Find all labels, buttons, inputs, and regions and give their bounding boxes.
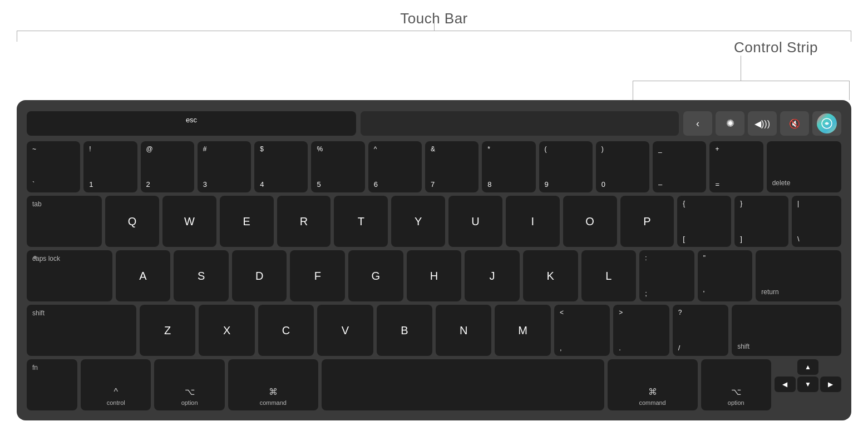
key-f[interactable]: F [290,250,345,301]
key-0[interactable]: ) 0 [596,141,649,192]
left-command-key[interactable]: ⌘ command [228,359,318,410]
arrow-down-key[interactable]: ▼ [797,377,818,392]
key-a[interactable]: A [116,250,171,301]
cs-siri-key[interactable] [812,111,841,136]
modifier-row: fn ^ control ⌥ option ⌘ command ⌘ comman… [27,359,841,410]
key-s[interactable]: S [174,250,229,301]
mute-icon: 🔇 [789,118,800,129]
chevron-left-icon: ‹ [696,118,699,130]
key-q[interactable]: Q [105,196,159,247]
left-option-key[interactable]: ⌥ option [154,359,224,410]
key-v[interactable]: V [317,305,373,356]
key-n[interactable]: N [436,305,491,356]
cs-volume-key[interactable]: ◀))) [748,111,777,136]
delete-key[interactable]: delete [767,141,841,192]
cs-brightness-key[interactable]: ✺ [716,111,744,136]
option-symbol-right: ⌥ [731,387,741,397]
key-tilde-backtick[interactable]: ~ ` [27,141,80,192]
right-option-key[interactable]: ⌥ option [701,359,771,410]
command-symbol-right: ⌘ [648,387,657,397]
right-command-key[interactable]: ⌘ command [608,359,698,410]
control-strip-bracket [633,81,850,100]
key-k[interactable]: K [523,250,578,301]
key-b[interactable]: B [377,305,432,356]
touch-bar-strip[interactable] [361,111,679,136]
control-strip-label: Control Strip [734,39,818,56]
caps-lock-key[interactable]: caps lock [27,250,112,301]
key-z[interactable]: Z [140,305,195,356]
cs-expand-key[interactable]: ‹ [683,111,712,136]
tab-key[interactable]: tab [27,196,102,247]
arrow-left-key[interactable]: ◀ [775,377,796,392]
key-close-bracket[interactable]: } ] [734,196,788,247]
touch-bar-bracket-left [17,31,17,42]
touch-bar-bracket-top [17,31,851,31]
key-r[interactable]: R [277,196,331,247]
key-p[interactable]: P [620,196,674,247]
key-2[interactable]: @ 2 [141,141,194,192]
key-8[interactable]: * 8 [482,141,535,192]
key-comma[interactable]: < , [554,305,610,356]
key-w[interactable]: W [162,196,216,247]
key-h[interactable]: H [407,250,462,301]
return-key[interactable]: return [756,250,841,301]
touch-bar-leader-line [434,19,435,31]
key-quote[interactable]: " ' [698,250,753,301]
control-strip-leader-line [741,56,741,81]
key-l[interactable]: L [581,250,637,301]
key-x[interactable]: X [199,305,254,356]
key-equals[interactable]: + = [709,141,763,192]
key-semicolon[interactable]: : ; [639,250,694,301]
touch-bar-row: esc ‹ ✺ ◀))) 🔇 [27,109,841,138]
spacebar[interactable] [322,359,604,410]
command-symbol-left: ⌘ [269,387,278,397]
left-control-key[interactable]: ^ control [81,359,151,410]
keyboard: esc ‹ ✺ ◀))) 🔇 [17,100,851,420]
arrow-right-key[interactable]: ▶ [820,377,841,392]
key-y[interactable]: Y [391,196,445,247]
key-minus[interactable]: _ – [653,141,706,192]
siri-icon [817,113,837,133]
key-6[interactable]: ^ 6 [368,141,422,192]
key-u[interactable]: U [448,196,502,247]
key-open-bracket[interactable]: { [ [677,196,731,247]
key-backslash[interactable]: | \ [792,196,841,247]
diagram-area: Touch Bar Control Strip [0,0,868,111]
qwerty-row: tab Q W E R T Y U I O P { [ } ] | \ [27,196,841,247]
right-shift-key[interactable]: shift [732,305,841,356]
key-t[interactable]: T [334,196,388,247]
arrow-bottom-row: ◀ ▼ ▶ [775,377,841,392]
cs-mute-key[interactable]: 🔇 [780,111,809,136]
option-symbol-left: ⌥ [185,387,195,397]
fn-key[interactable]: fn [27,359,77,410]
esc-key[interactable]: esc [27,111,356,136]
home-row: caps lock A S D F G H J K L : ; " ' retu… [27,250,841,301]
shift-row: shift Z X C V B N M < , > . ? / shift [27,305,841,356]
caps-lock-indicator [33,256,37,259]
key-9[interactable]: ( 9 [539,141,593,192]
key-e[interactable]: E [220,196,274,247]
left-shift-key[interactable]: shift [27,305,136,356]
key-3[interactable]: # 3 [198,141,251,192]
key-5[interactable]: % 5 [311,141,364,192]
key-4[interactable]: $ 4 [254,141,308,192]
key-c[interactable]: C [258,305,314,356]
key-o[interactable]: O [563,196,617,247]
arrow-top-row: ▲ [775,359,841,375]
key-1[interactable]: ! 1 [83,141,137,192]
arrow-key-cluster: ▲ ◀ ▼ ▶ [775,359,841,410]
key-m[interactable]: M [495,305,550,356]
brightness-icon: ✺ [726,117,734,130]
key-j[interactable]: J [465,250,520,301]
key-d[interactable]: D [232,250,287,301]
spacer [775,359,796,375]
key-i[interactable]: I [506,196,560,247]
key-period[interactable]: > . [613,305,669,356]
control-strip-keys: ‹ ✺ ◀))) 🔇 [683,111,841,136]
key-slash[interactable]: ? / [673,305,728,356]
key-7[interactable]: & 7 [425,141,479,192]
key-g[interactable]: G [348,250,403,301]
control-symbol: ^ [114,387,118,397]
arrow-up-key[interactable]: ▲ [797,359,818,375]
number-row: ~ ` ! 1 @ 2 # 3 $ 4 % 5 ^ 6 & 7 [27,141,841,192]
